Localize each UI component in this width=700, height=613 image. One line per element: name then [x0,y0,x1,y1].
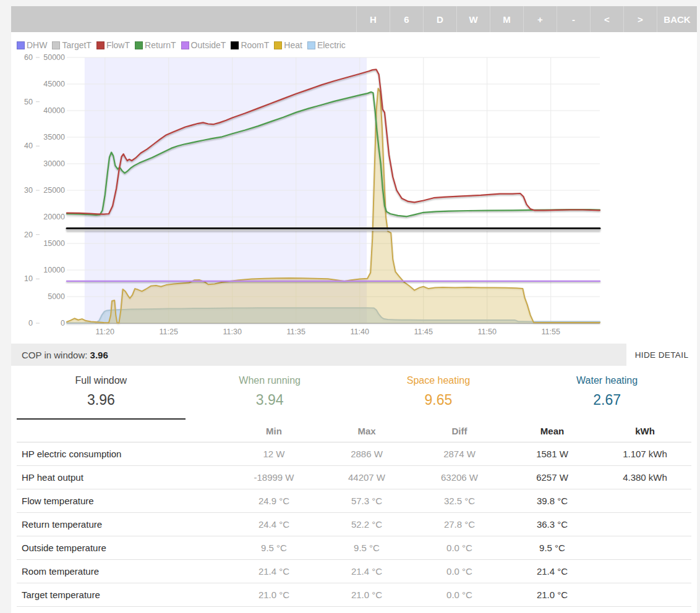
table-row-flow-temperature: Flow temperature24.9 °C57.3 °C32.5 °C39.… [17,489,691,513]
legend-item-heat[interactable]: Heat [274,40,302,50]
legend-label: OutsideT [191,40,226,50]
mean-value: 39.8 °C [506,496,599,506]
max-value: 52.2 °C [320,519,413,530]
diff-value: 2874 W [413,449,506,459]
svg-text:11:50: 11:50 [478,328,497,336]
min-value: 21.4 °C [228,566,320,577]
mean-value: 6257 W [506,472,599,483]
stat-tab-water-heating[interactable]: Water heating2.67 [523,367,691,420]
stat-tab-space-heating[interactable]: Space heating9.65 [354,367,523,420]
stat-label: Water heating [523,375,691,386]
stat-label: When running [186,375,354,386]
toolbar-button-m[interactable]: M [490,6,523,32]
stat-label: Full window [17,375,186,386]
svg-text:40000: 40000 [43,106,65,115]
svg-text:50000: 50000 [43,53,65,62]
row-label: HP heat output [17,472,228,483]
table-header-max: Max [320,426,413,436]
svg-text:20000: 20000 [43,213,65,221]
table-header-min: Min [228,426,320,436]
kwh-value: 1.107 kWh [599,449,691,459]
legend-item-flowt[interactable]: FlowT [96,40,130,50]
diff-value: 63206 W [413,472,506,483]
svg-text:11:40: 11:40 [351,328,369,336]
row-label: HP electric consumption [17,449,228,459]
legend-label: Electric [317,40,346,50]
toolbar-button-back[interactable]: BACK [657,6,697,32]
svg-text:11:35: 11:35 [287,328,305,336]
row-label: Target temperature [17,590,228,600]
min-value: 12 W [228,449,320,459]
row-label: Return temperature [17,519,228,530]
toolbar-button-w[interactable]: W [456,6,490,32]
legend-item-targett[interactable]: TargetT [52,40,91,50]
toolbar-button-next[interactable]: > [623,6,657,32]
max-value: 2886 W [320,449,413,459]
legend-label: RoomT [241,40,269,50]
max-value: 44207 W [320,472,413,483]
toolbar-button-6[interactable]: 6 [390,6,423,32]
svg-text:20: 20 [24,230,33,239]
svg-text:10000: 10000 [43,266,65,274]
stat-value: 3.96 [17,392,186,408]
svg-text:25000: 25000 [43,186,65,195]
targett-swatch-icon [52,41,60,49]
table-row-hp-heat-output: HP heat output-18999 W44207 W63206 W6257… [17,466,691,489]
min-value: 24.4 °C [228,519,320,530]
cop-value: 3.96 [90,350,108,360]
toolbar-button-plus[interactable]: + [523,6,557,32]
min-value: 24.9 °C [228,496,320,506]
roomt-swatch-icon [231,41,239,49]
mean-value: 9.5 °C [506,543,599,553]
flowt-swatch-icon [96,41,105,49]
max-value: 9.5 °C [320,543,413,553]
toolbar-button-minus[interactable]: - [557,6,590,32]
svg-text:50: 50 [24,98,33,106]
svg-text:30: 30 [24,186,33,195]
legend-item-returnt[interactable]: ReturnT [135,40,176,50]
max-value: 57.3 °C [320,496,413,506]
table-header-kwh: kWh [599,426,691,436]
stat-tab-when-running[interactable]: When running3.94 [186,367,354,420]
diff-value: 0.0 °C [413,543,506,553]
legend-label: Heat [284,40,302,50]
legend-item-roomt[interactable]: RoomT [231,40,269,50]
stat-tab-full-window[interactable]: Full window3.96 [17,367,186,420]
min-value: 21.0 °C [228,590,320,600]
row-label: Room temperature [17,566,228,577]
stat-label: Space heating [354,375,523,386]
diff-value: 0.0 °C [413,590,506,600]
legend-label: ReturnT [145,40,176,50]
row-label: Outside temperature [17,543,228,553]
legend-item-electric[interactable]: Electric [307,40,346,50]
svg-text:11:30: 11:30 [223,328,242,336]
returnt-swatch-icon [135,41,143,49]
stat-value: 2.67 [523,392,691,408]
legend-label: FlowT [106,40,130,50]
dhw-swatch-icon [17,41,25,49]
svg-text:15000: 15000 [43,239,65,248]
svg-text:10: 10 [24,274,33,283]
svg-text:5000: 5000 [48,292,65,301]
diff-value: 0.0 °C [413,566,506,577]
electric-swatch-icon [307,41,315,49]
app-card: H6DWM+-<>BACK DHWTargetTFlowTReturnTOuts… [11,6,697,613]
chart-legend: DHWTargetTFlowTReturnTOutsideTRoomTHeatE… [17,40,351,50]
chart-svg[interactable]: 0500010000150002000025000300003500040000… [11,32,697,344]
mean-value: 21.0 °C [506,590,599,600]
detail-table: MinMaxDiffMeankWhHP electric consumption… [17,420,691,613]
stat-value: 3.94 [186,392,354,408]
min-value: -18999 W [228,472,320,483]
hide-detail-button[interactable]: HIDE DETAIL [626,344,697,366]
svg-text:0: 0 [61,319,65,328]
legend-item-dhw[interactable]: DHW [17,40,47,50]
cop-bar: COP in window: 3.96 HIDE DETAIL [11,344,697,366]
toolbar-button-h[interactable]: H [356,6,390,32]
legend-item-outsidet[interactable]: OutsideT [181,40,226,50]
mean-value: 36.3 °C [506,519,599,530]
table-row-target-temperature: Target temperature21.0 °C21.0 °C0.0 °C21… [17,583,691,607]
table-header-mean: Mean [506,426,599,436]
svg-text:60: 60 [24,53,33,62]
toolbar-button-d[interactable]: D [423,6,456,32]
toolbar-button-prev[interactable]: < [590,6,623,32]
